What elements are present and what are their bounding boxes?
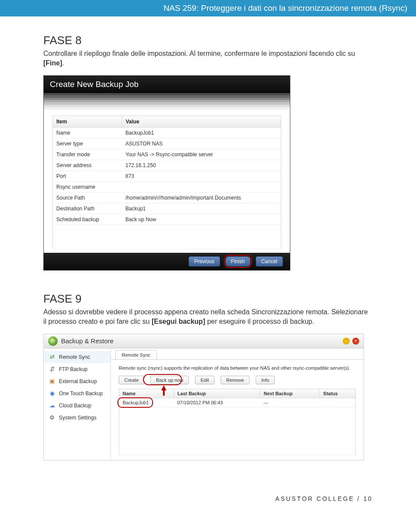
cell-value: ASUSTOR NAS bbox=[122, 138, 281, 149]
job-next-backup: --- bbox=[260, 398, 319, 407]
table-row: NameBackupJob1 bbox=[53, 127, 281, 138]
info-button[interactable]: Info bbox=[256, 376, 275, 384]
page-footer: ASUSTOR COLLEGE / 10 bbox=[0, 482, 416, 515]
cell-value: 172.16.1.250 bbox=[122, 160, 281, 171]
phase9-text: Adesso si dovrebbe vedere il processo ap… bbox=[43, 307, 373, 327]
summary-table: Item Value NameBackupJob1 Server typeASU… bbox=[52, 116, 281, 249]
job-status bbox=[319, 398, 355, 407]
cell-item: Port bbox=[53, 171, 122, 181]
cell-item: Source Path bbox=[53, 192, 122, 203]
cell-item: Rsync username bbox=[53, 181, 122, 192]
cell-value: Back up Now bbox=[122, 214, 281, 225]
cell-item: Server type bbox=[53, 138, 122, 149]
sidebar: ⇄Remote Sync ⇵FTP Backup ▣External Backu… bbox=[44, 348, 111, 460]
external-backup-icon: ▣ bbox=[48, 377, 56, 385]
cell-value: BackupJob1 bbox=[122, 127, 281, 138]
sidebar-item-remote-sync[interactable]: ⇄Remote Sync bbox=[44, 351, 110, 363]
col-item: Item bbox=[53, 116, 122, 127]
previous-button[interactable]: Previous bbox=[188, 256, 220, 267]
sidebar-item-ftp-backup[interactable]: ⇵FTP Backup bbox=[44, 363, 110, 375]
table-row: Server typeASUSTOR NAS bbox=[53, 138, 281, 149]
table-row: Transfer modeYour NAS -> Rsync-compatibl… bbox=[53, 149, 281, 160]
close-icon[interactable]: × bbox=[352, 338, 359, 345]
job-name: BackupJob1 bbox=[119, 398, 174, 407]
description-text: Remote sync (rsync) supports the replica… bbox=[119, 365, 356, 371]
phase8-text-a: Controllare il riepilogo finale delle im… bbox=[43, 50, 355, 57]
sidebar-item-cloud-backup[interactable]: ☁Cloud Backup bbox=[44, 400, 110, 412]
sidebar-label: One Touch Backup bbox=[59, 390, 103, 397]
sidebar-item-one-touch-backup[interactable]: ◉One Touch Backup bbox=[44, 387, 110, 400]
job-table-filler bbox=[119, 407, 356, 455]
cell-item: Name bbox=[53, 127, 122, 138]
sidebar-label: Cloud Backup bbox=[59, 403, 91, 409]
cell-value: /home/admin////home/admin/Important Docu… bbox=[122, 192, 281, 203]
col-next-backup: Next Backup bbox=[260, 389, 319, 398]
table-filler bbox=[53, 225, 281, 249]
sidebar-label: FTP Backup bbox=[59, 366, 88, 372]
table-row: Destination PathBackup1 bbox=[53, 203, 281, 214]
col-status: Status bbox=[319, 389, 355, 398]
phase8-text-b: [Fine] bbox=[43, 59, 62, 67]
create-backup-job-dialog: Create New Backup Job Item Value NameBac… bbox=[43, 75, 290, 271]
cell-item: Scheduled backup bbox=[53, 214, 122, 225]
cell-value: Backup1 bbox=[122, 203, 281, 214]
cell-value: Your NAS -> Rsync-compatible server bbox=[122, 149, 281, 160]
arrow-stem-icon bbox=[163, 390, 165, 396]
remote-sync-icon: ⇄ bbox=[48, 353, 56, 361]
cell-value bbox=[122, 181, 281, 192]
phase8-text-c: . bbox=[62, 59, 64, 67]
table-row: Rsync username bbox=[53, 181, 281, 192]
dialog-decoration bbox=[44, 93, 290, 110]
sidebar-item-system-settings[interactable]: ⚙System Settings bbox=[44, 412, 110, 424]
minimize-icon[interactable]: – bbox=[343, 338, 350, 345]
dialog-footer: Previous Finish Cancel bbox=[44, 253, 290, 270]
table-row: Server address172.16.1.250 bbox=[53, 160, 281, 171]
cell-item: Server address bbox=[53, 160, 122, 171]
table-row: Source Path/home/admin////home/admin/Imp… bbox=[53, 192, 281, 203]
edit-button[interactable]: Edit bbox=[195, 376, 214, 384]
phase8-text: Controllare il riepilogo finale delle im… bbox=[43, 49, 373, 68]
phase9-text-b: [Esegui backup] bbox=[152, 318, 205, 325]
table-row: Port873 bbox=[53, 171, 281, 181]
cell-value: 873 bbox=[122, 171, 281, 181]
phase9-text-c: per eseguire il processo di backup. bbox=[205, 318, 314, 325]
button-row: Create Back up now Edit Remove Info bbox=[119, 376, 356, 384]
job-table: Name Last Backup Next Backup Status Back… bbox=[119, 389, 356, 455]
app-icon: ⟳ bbox=[48, 336, 58, 346]
col-value: Value bbox=[122, 116, 281, 127]
app-title: Backup & Restore bbox=[61, 337, 340, 345]
create-button[interactable]: Create bbox=[119, 376, 144, 384]
table-row: Scheduled backupBack up Now bbox=[53, 214, 281, 225]
cell-item: Destination Path bbox=[53, 203, 122, 214]
phase9-title: FASE 9 bbox=[43, 292, 373, 306]
dialog-title: Create New Backup Job bbox=[44, 76, 290, 93]
app-titlebar: ⟳ Backup & Restore – × bbox=[44, 334, 364, 348]
finish-button[interactable]: Finish bbox=[225, 256, 250, 267]
main-area: Remote Sync Remote sync (rsync) supports… bbox=[111, 348, 364, 460]
ftp-backup-icon: ⇵ bbox=[48, 365, 56, 373]
job-row[interactable]: BackupJob1 07/10/2012 PM 06:43 --- bbox=[119, 398, 356, 407]
phase8-title: FASE 8 bbox=[43, 34, 373, 47]
cancel-button[interactable]: Cancel bbox=[256, 256, 283, 267]
remove-button[interactable]: Remove bbox=[221, 376, 250, 384]
cell-item: Transfer mode bbox=[53, 149, 122, 160]
sidebar-label: Remote Sync bbox=[59, 354, 90, 360]
col-last-backup: Last Backup bbox=[174, 389, 260, 398]
one-touch-backup-icon: ◉ bbox=[48, 390, 56, 397]
system-settings-icon: ⚙ bbox=[48, 414, 56, 422]
sidebar-label: External Backup bbox=[59, 378, 97, 384]
backup-restore-window: ⟳ Backup & Restore – × ⇄Remote Sync ⇵FTP… bbox=[43, 334, 364, 461]
page-header: NAS 259: Proteggere i dati con la sincro… bbox=[0, 0, 416, 16]
sidebar-item-external-backup[interactable]: ▣External Backup bbox=[44, 375, 110, 387]
header-title: NAS 259: Proteggere i dati con la sincro… bbox=[163, 3, 407, 13]
sidebar-label: System Settings bbox=[59, 415, 97, 421]
back-up-now-button[interactable]: Back up now bbox=[150, 376, 189, 384]
job-last-backup: 07/10/2012 PM 06:43 bbox=[174, 398, 260, 407]
tab-row: Remote Sync bbox=[111, 348, 364, 360]
tab-remote-sync[interactable]: Remote Sync bbox=[115, 350, 157, 359]
cloud-backup-icon: ☁ bbox=[48, 402, 56, 409]
